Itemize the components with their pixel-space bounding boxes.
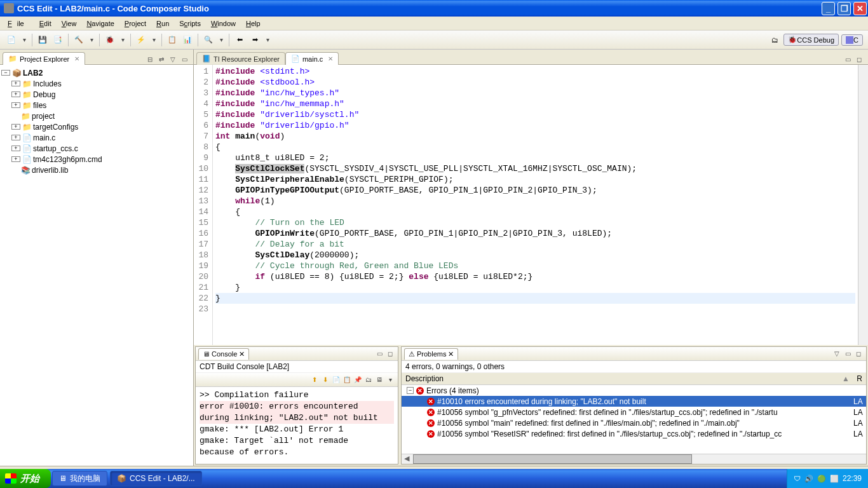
collapse-icon[interactable]: − — [407, 387, 414, 394]
forward-button[interactable]: ➡ — [248, 33, 262, 47]
problem-row[interactable]: ✕#10056 symbol "g_pfnVectors" redefined:… — [402, 407, 866, 417]
taskbar-item-ccs[interactable]: 📦 CCS Edit - LAB2/... — [110, 471, 202, 486]
tool-button[interactable]: 📊 — [180, 33, 194, 47]
maximize-icon[interactable]: ◻ — [385, 349, 395, 359]
tree-node[interactable]: 📁project — [1, 111, 192, 121]
problems-list[interactable]: − ✕ Errors (4 items) ✕#10010 errors enco… — [402, 385, 866, 454]
pin-icon[interactable]: 📌 — [353, 375, 363, 385]
minimize-icon[interactable]: ▭ — [843, 54, 853, 64]
expand-icon[interactable]: + — [11, 156, 20, 162]
clock[interactable]: 22:39 — [843, 474, 862, 483]
dropdown-icon[interactable]: ▾ — [216, 35, 226, 45]
close-icon[interactable]: ✕ — [448, 350, 454, 358]
expand-icon[interactable]: + — [11, 92, 20, 97]
dropdown-icon[interactable]: ▾ — [262, 35, 273, 45]
console-tab[interactable]: 🖥 Console ✕ — [198, 348, 249, 360]
build-button[interactable]: 🔨 — [72, 33, 86, 47]
taskbar-item-mycomputer[interactable]: 🖥 我的电脑 — [52, 471, 107, 486]
tool-icon[interactable]: 🗂 — [363, 375, 374, 385]
dropdown-icon[interactable]: ▾ — [86, 35, 97, 45]
tab-resource-explorer[interactable]: 📘 TI Resource Explorer — [196, 52, 285, 65]
clear-icon[interactable]: 📄 — [331, 375, 341, 385]
expand-icon[interactable]: + — [11, 124, 20, 130]
horizontal-scrollbar[interactable]: ◀ — [402, 454, 866, 464]
menu-icon[interactable]: ▽ — [168, 54, 178, 64]
close-icon[interactable]: ✕ — [239, 350, 245, 358]
tree-node[interactable]: +📁Debug — [1, 89, 192, 100]
tree-node[interactable]: +📄main.c — [1, 132, 192, 143]
close-icon[interactable]: ✕ — [328, 55, 333, 62]
start-button[interactable]: 开始 — [0, 469, 51, 488]
expand-icon[interactable]: + — [11, 102, 20, 108]
menu-navigate[interactable]: Navigate — [81, 18, 119, 29]
close-icon[interactable]: ✕ — [74, 55, 79, 62]
problem-row[interactable]: ✕#10056 symbol "ResetISR" redefined: fir… — [402, 428, 866, 439]
code-editor[interactable]: 1234567891011121314151617181920212223 #i… — [194, 65, 868, 345]
code-content[interactable]: #include <stdint.h> #include <stdbool.h>… — [213, 65, 858, 345]
menu-view[interactable]: View — [57, 18, 82, 29]
problems-tab[interactable]: ⚠ Problems ✕ — [404, 348, 458, 360]
up-icon[interactable]: ⬆ — [309, 375, 320, 385]
lock-icon[interactable]: 📋 — [342, 375, 352, 385]
system-tray[interactable]: 🛡 🔊 🟢 ⬜ 22:39 — [787, 469, 868, 488]
collapse-icon[interactable]: − — [1, 70, 10, 76]
tree-node[interactable]: +📁files — [1, 100, 192, 111]
flash-button[interactable]: ⚡ — [134, 33, 148, 47]
tray-icon[interactable]: 🛡 — [794, 475, 801, 482]
debug-button[interactable]: 🐞 — [103, 33, 117, 47]
menu-file[interactable]: File — [3, 18, 34, 29]
project-explorer-tab[interactable]: 📁 Project Explorer ✕ — [3, 52, 85, 65]
menu-help[interactable]: Help — [241, 18, 266, 29]
link-icon[interactable]: ⇄ — [156, 54, 166, 64]
tree-node[interactable]: 📚driverlib.lib — [1, 165, 192, 175]
menu-scripts[interactable]: Scripts — [174, 18, 206, 29]
console-output[interactable]: >> Compilation failure error #10010: err… — [196, 387, 398, 464]
save-all-button[interactable]: 📑 — [51, 33, 65, 47]
tree-node[interactable]: +📄tm4c123gh6pm.cmd — [1, 154, 192, 165]
down-icon[interactable]: ⬇ — [320, 375, 330, 385]
expand-icon[interactable]: + — [11, 146, 20, 151]
maximize-button[interactable]: ❐ — [837, 2, 851, 15]
vertical-scrollbar[interactable] — [858, 65, 868, 345]
problem-row[interactable]: ✕#10010 errors encountered during linkin… — [402, 396, 866, 407]
menu-run[interactable]: Run — [151, 18, 174, 29]
menu-window[interactable]: Window — [206, 18, 241, 29]
expand-icon[interactable]: + — [11, 135, 20, 140]
menu-project[interactable]: Project — [119, 18, 151, 29]
maximize-icon[interactable]: ◻ — [854, 54, 864, 64]
close-button[interactable]: ✕ — [853, 2, 867, 15]
problems-columns[interactable]: Description ▲ R — [402, 373, 866, 385]
minimize-icon[interactable]: ▭ — [843, 349, 853, 359]
search-button[interactable]: 🔍 — [201, 33, 215, 47]
perspective-ccs-debug[interactable]: 🐞 CCS Debug — [783, 34, 839, 46]
tree-node[interactable]: +📄startup_ccs.c — [1, 143, 192, 154]
problems-group[interactable]: − ✕ Errors (4 items) — [402, 385, 866, 396]
back-button[interactable]: ⬅ — [233, 33, 247, 47]
minimize-icon[interactable]: ▭ — [374, 349, 384, 359]
maximize-icon[interactable]: ◻ — [853, 349, 864, 359]
minimize-icon[interactable]: ▭ — [179, 54, 189, 64]
perspective-open-button[interactable]: 🗂 — [768, 33, 782, 47]
tree-root[interactable]: − 📦 LAB2 — [1, 67, 192, 78]
new-button[interactable]: 📄 — [4, 33, 18, 47]
menu-icon[interactable]: ▽ — [832, 349, 842, 359]
expand-icon[interactable]: + — [11, 81, 20, 86]
display-icon[interactable]: 🖥 — [374, 375, 384, 385]
collapse-icon[interactable]: ⊟ — [145, 54, 155, 64]
dropdown-icon[interactable]: ▾ — [19, 35, 29, 45]
tool-button[interactable]: 📋 — [165, 33, 179, 47]
problem-row[interactable]: ✕#10056 symbol "main" redefined: first d… — [402, 417, 866, 428]
project-tree[interactable]: − 📦 LAB2 +📁Includes+📁Debug+📁files📁projec… — [0, 65, 193, 466]
minimize-button[interactable]: _ — [822, 2, 835, 15]
save-button[interactable]: 💾 — [36, 33, 50, 47]
tree-node[interactable]: +📁Includes — [1, 78, 192, 89]
tray-icon[interactable]: 🟢 — [817, 475, 826, 483]
dropdown-icon[interactable]: ▾ — [118, 35, 128, 45]
perspective-c[interactable]: C — [841, 34, 863, 46]
tab-main-c[interactable]: 📄 main.c ✕ — [285, 52, 339, 65]
menu-edit[interactable]: Edit — [34, 18, 57, 29]
tree-node[interactable]: +📁targetConfigs — [1, 121, 192, 132]
dropdown-icon[interactable]: ▾ — [149, 35, 159, 45]
tray-icon[interactable]: ⬜ — [830, 475, 839, 483]
tray-icon[interactable]: 🔊 — [804, 475, 813, 483]
